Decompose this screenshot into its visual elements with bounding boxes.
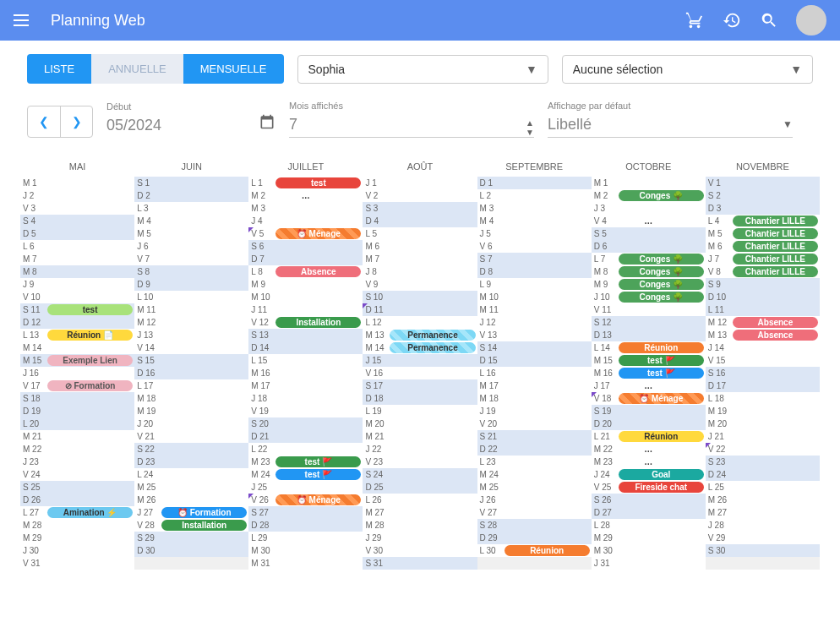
day-cell[interactable]: V 7: [134, 253, 248, 265]
day-cell[interactable]: J 17…: [592, 379, 706, 392]
day-cell[interactable]: D 17: [706, 379, 820, 392]
day-cell[interactable]: V 5⏰ Ménage: [248, 227, 363, 240]
day-cell[interactable]: J 14: [706, 341, 820, 354]
day-cell[interactable]: J 27⏰ Formation: [134, 506, 248, 519]
day-cell[interactable]: J 30: [20, 544, 134, 557]
day-cell[interactable]: V 6: [477, 240, 592, 253]
event-pill[interactable]: Conges 🌳: [619, 190, 704, 201]
day-cell[interactable]: V 11: [592, 303, 706, 316]
day-cell[interactable]: M 23test 🚩: [248, 456, 363, 468]
day-cell[interactable]: L 7Conges 🌳: [592, 253, 706, 265]
event-pill[interactable]: Réunion: [619, 431, 704, 442]
day-cell[interactable]: M 6Chantier LILLE: [706, 240, 820, 253]
day-cell[interactable]: V 10: [20, 291, 134, 303]
day-cell[interactable]: M 3: [477, 202, 592, 215]
event-pill[interactable]: Goal: [619, 469, 704, 480]
day-cell[interactable]: D 10: [706, 291, 820, 303]
day-cell[interactable]: J 1: [363, 177, 477, 189]
event-pill[interactable]: …: [592, 216, 706, 226]
event-pill[interactable]: Conges 🌳: [619, 292, 704, 303]
day-cell[interactable]: M 10: [477, 291, 592, 303]
day-cell[interactable]: S 17: [363, 379, 477, 392]
day-cell[interactable]: L 18: [706, 392, 820, 405]
day-cell[interactable]: S 29: [134, 532, 248, 544]
day-cell[interactable]: [477, 557, 592, 570]
day-cell[interactable]: L 6: [20, 240, 134, 253]
day-cell[interactable]: M 9Conges 🌳: [592, 278, 706, 291]
event-pill[interactable]: Chantier LILLE: [733, 228, 818, 239]
event-pill[interactable]: Chantier LILLE: [733, 241, 818, 252]
event-pill[interactable]: test 🚩: [275, 456, 361, 467]
day-cell[interactable]: S 22: [134, 443, 248, 456]
day-cell[interactable]: M 26: [134, 494, 248, 506]
day-cell[interactable]: L 30Réunion: [477, 544, 592, 557]
day-cell[interactable]: S 1: [134, 177, 248, 189]
day-cell[interactable]: V 4…: [592, 215, 706, 227]
day-cell[interactable]: J 3: [592, 202, 706, 215]
day-cell[interactable]: M 16test 🚩: [592, 367, 706, 379]
day-cell[interactable]: S 23: [706, 456, 820, 468]
day-cell[interactable]: M 14Permanence: [363, 341, 477, 354]
day-cell[interactable]: S 25: [20, 481, 134, 494]
day-cell[interactable]: M 26: [706, 494, 820, 506]
search-icon[interactable]: [759, 10, 779, 30]
day-cell[interactable]: J 20: [134, 417, 248, 430]
event-pill[interactable]: Absence: [275, 266, 361, 277]
day-cell[interactable]: M 22: [20, 443, 134, 456]
event-pill[interactable]: Chantier LILLE: [733, 216, 818, 226]
day-cell[interactable]: V 24: [20, 468, 134, 481]
day-cell[interactable]: V 12Installation: [248, 316, 363, 329]
day-cell[interactable]: M 28: [363, 519, 477, 532]
day-cell[interactable]: M 20: [363, 417, 477, 430]
day-cell[interactable]: V 15: [706, 354, 820, 367]
day-cell[interactable]: D 30: [134, 544, 248, 557]
day-cell[interactable]: J 25: [248, 481, 363, 494]
day-cell[interactable]: M 1: [592, 177, 706, 189]
day-cell[interactable]: J 18: [248, 392, 363, 405]
day-cell[interactable]: S 8: [134, 265, 248, 278]
day-cell[interactable]: S 10: [363, 291, 477, 303]
day-cell[interactable]: S 4: [20, 215, 134, 227]
day-cell[interactable]: D 9: [134, 278, 248, 291]
day-cell[interactable]: J 11: [248, 303, 363, 316]
event-pill[interactable]: Chantier LILLE: [733, 254, 818, 265]
day-cell[interactable]: J 6: [134, 240, 248, 253]
day-cell[interactable]: V 16: [363, 367, 477, 379]
day-cell[interactable]: M 19: [706, 405, 820, 417]
day-cell[interactable]: S 11test: [20, 303, 134, 316]
day-cell[interactable]: M 12: [134, 316, 248, 329]
event-pill[interactable]: …: [592, 456, 706, 467]
day-cell[interactable]: S 19: [592, 405, 706, 417]
day-cell[interactable]: S 3: [363, 202, 477, 215]
day-cell[interactable]: V 26⏰ Ménage: [248, 494, 363, 506]
day-cell[interactable]: S 28: [477, 519, 592, 532]
day-cell[interactable]: L 5: [363, 227, 477, 240]
day-cell[interactable]: M 17: [477, 379, 592, 392]
event-pill[interactable]: Conges 🌳: [619, 254, 704, 265]
event-pill[interactable]: test 🚩: [619, 355, 704, 366]
day-cell[interactable]: L 8Absence: [248, 265, 363, 278]
selection-select[interactable]: Aucune sélection ▼: [562, 55, 813, 84]
day-cell[interactable]: M 18: [134, 392, 248, 405]
day-cell[interactable]: V 3: [20, 202, 134, 215]
day-cell[interactable]: M 25: [134, 481, 248, 494]
day-cell[interactable]: D 28: [248, 519, 363, 532]
day-cell[interactable]: M 29: [592, 532, 706, 544]
day-cell[interactable]: S 6: [248, 240, 363, 253]
day-cell[interactable]: [706, 557, 820, 570]
day-cell[interactable]: L 1test: [248, 177, 363, 189]
day-cell[interactable]: D 27: [592, 506, 706, 519]
day-cell[interactable]: J 22: [363, 443, 477, 456]
day-cell[interactable]: L 17: [134, 379, 248, 392]
day-cell[interactable]: M 31: [248, 557, 363, 570]
day-cell[interactable]: L 27Amination ⚡: [20, 506, 134, 519]
day-cell[interactable]: D 19: [20, 405, 134, 417]
day-cell[interactable]: M 29: [20, 532, 134, 544]
day-cell[interactable]: M 17: [248, 379, 363, 392]
day-cell[interactable]: L 23: [477, 456, 592, 468]
event-pill[interactable]: test 🚩: [619, 368, 704, 379]
debut-field[interactable]: Début 05/2024: [106, 101, 275, 138]
day-cell[interactable]: J 10Conges 🌳: [592, 291, 706, 303]
day-cell[interactable]: L 4Chantier LILLE: [706, 215, 820, 227]
day-cell[interactable]: V 9: [363, 278, 477, 291]
